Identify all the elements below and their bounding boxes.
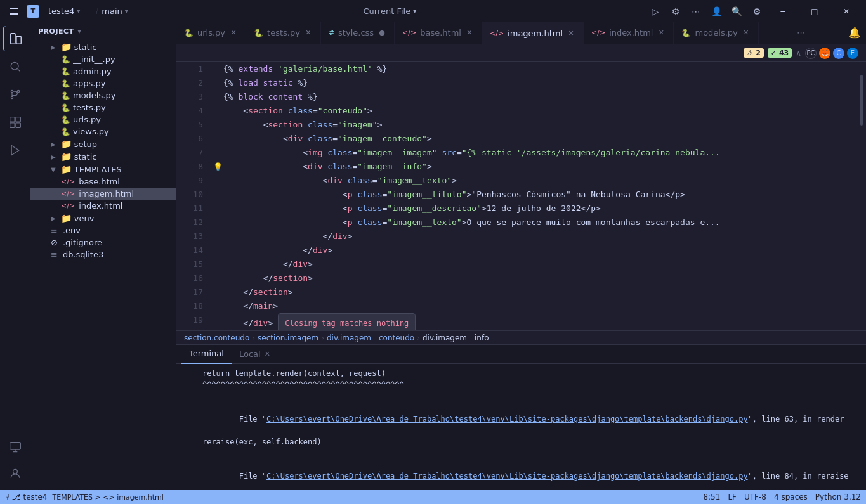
git-icon: ⑂ [5,493,10,501]
sidebar-item-venv[interactable]: ▶ 📁 venv [30,212,176,224]
settings-button[interactable]: ⚙ [667,3,685,20]
code-line-2: {% load static %} [213,76,852,90]
run-button[interactable]: ▷ [646,3,664,20]
activity-run[interactable] [3,138,28,163]
sidebar-item-base-html[interactable]: </> base.html [30,176,176,188]
pycharm-icon[interactable]: PC [805,48,817,59]
breadcrumb-item-2[interactable]: section.imagem [258,333,318,342]
tab-index-html[interactable]: </> index.html ✕ [584,22,674,44]
activity-search[interactable] [3,54,28,79]
tab-label: tests.py [267,28,300,37]
sidebar-item-admin[interactable]: 🐍 admin.py [30,65,176,77]
status-bar: ⑂ ⎇ teste4 TEMPLATES > <> imagem.html 8:… [0,490,866,504]
svg-rect-0 [11,34,15,44]
minimize-button[interactable]: − [768,0,797,22]
sidebar-item-imagem-html[interactable]: </> imagem.html [30,188,176,200]
activity-git[interactable] [3,82,28,107]
more-button[interactable]: ⋯ [687,3,705,20]
sidebar-item-apps[interactable]: 🐍 apps.py [30,77,176,89]
status-encoding[interactable]: UTF-8 [744,493,766,501]
tab-style-css[interactable]: # style.css ● [321,22,395,44]
edge-icon[interactable]: E [847,48,858,59]
sidebar-item-label: static [74,152,97,162]
tab-close[interactable]: ✕ [657,29,666,37]
tab-close[interactable]: ✕ [567,29,575,37]
maximize-button[interactable]: □ [800,0,829,22]
svg-line-3 [18,69,20,72]
status-git[interactable]: ⑂ ⎇ teste4 [5,493,48,501]
scrollbar[interactable] [857,62,866,330]
svg-point-2 [11,62,18,70]
tab-more[interactable]: ⋯ [792,22,810,44]
tab-imagem-html[interactable]: </> imagem.html ✕ [482,22,584,44]
sidebar-item-views[interactable]: 🐍 views.py [30,126,176,138]
tab-close[interactable]: ● [377,29,386,37]
python-icon: 🐍 [61,127,70,136]
tab-tests-py[interactable]: 🐍 tests.py ✕ [246,22,321,44]
terminal-tab-terminal[interactable]: Terminal [181,345,232,364]
python-icon: 🐍 [61,79,70,88]
hamburger-icon [10,8,18,15]
hamburger-menu[interactable] [5,3,23,20]
notification-bell[interactable]: 🔔 [843,22,866,44]
sidebar-item-setup[interactable]: ▶ 📁 setup [30,138,176,150]
sidebar-item-label: venv [74,214,95,223]
breadcrumb-item-1[interactable]: section.conteudo [184,333,249,342]
sidebar-item-static-root[interactable]: ▶ 📁 static [30,41,176,53]
chrome-icon[interactable]: C [833,48,844,59]
terminal-tab-close[interactable]: ✕ [265,350,270,358]
check-badge[interactable]: ✓ 43 [768,48,792,58]
sidebar-item-tests[interactable]: 🐍 tests.py [30,101,176,113]
terminal-link[interactable]: C:\Users\evert\OneDrive\Área de Trabalho… [266,415,748,423]
activity-explorer[interactable] [3,26,28,51]
sidebar-item-gitignore[interactable]: ⊘ .gitignore [30,236,176,249]
accounts-button[interactable]: 👤 [707,3,725,20]
breadcrumb-sep: › [252,333,255,342]
chevron-icon: ▶ [51,215,56,222]
tab-urls-py[interactable]: 🐍 urls.py ✕ [176,22,246,44]
status-indent[interactable]: 4 spaces [774,493,808,501]
sidebar-item-label: views.py [73,127,109,136]
sidebar-item-sqlite[interactable]: ≡ db.sqlite3 [30,249,176,261]
sidebar-item-templates[interactable]: ▼ 📁 TEMPLATES [30,163,176,176]
project-selector[interactable]: teste4 ▾ [43,5,85,17]
code-line-3: {% block content %} [213,90,852,104]
tab-close[interactable]: ✕ [465,29,474,37]
tab-base-html[interactable]: </> base.html ✕ [395,22,482,44]
terminal-link[interactable]: C:\Users\evert\OneDrive\Área de Trabalho… [266,472,748,481]
sidebar-item-urls[interactable]: 🐍 urls.py [30,113,176,126]
search-button[interactable]: 🔍 [728,3,745,20]
collapse-button[interactable]: ∧ [796,49,801,58]
close-button[interactable]: ✕ [832,0,861,22]
code-line-17: </section> [213,285,852,299]
sidebar-item-env[interactable]: ≡ .env [30,224,176,236]
firefox-icon[interactable]: 🦊 [819,48,830,59]
breadcrumb-item-3[interactable]: div.imagem__conteudo [327,333,414,342]
activity-extensions[interactable] [3,110,28,135]
activity-accounts[interactable] [3,461,28,486]
warning-badge[interactable]: ⚠ 2 [744,48,763,58]
breadcrumb-item-4[interactable]: div.imagem__info [423,333,489,342]
activity-remote[interactable] [3,434,28,460]
code-line-7: <img class="imagem__imagem" src="{% stat… [213,146,852,160]
sidebar-item-static2[interactable]: ▶ 📁 static [30,150,176,163]
gear-button[interactable]: ⚙ [748,3,766,20]
tab-close[interactable]: ✕ [304,29,313,37]
tab-close[interactable]: ✕ [742,29,751,37]
branch-selector[interactable]: ⑂ main ▾ [89,5,133,17]
status-line-ending[interactable]: LF [728,493,737,501]
status-language[interactable]: Python 3.12 [815,493,861,501]
svg-point-13 [13,469,18,474]
sidebar-item-init[interactable]: 🐍 __init__.py [30,53,176,65]
sidebar-item-index-html[interactable]: </> index.html [30,200,176,212]
code-content[interactable]: {% extends 'galeria/base.html' %} {% loa… [208,62,857,330]
tab-label: base.html [420,28,461,37]
terminal-line: File "C:\Users\evert\OneDrive\Área de Tr… [184,402,858,436]
tab-close[interactable]: ✕ [229,29,238,37]
code-line-4: <section class="conteudo"> [213,104,852,118]
tab-models-py[interactable]: 🐍 models.py ✕ [674,22,758,44]
terminal-line [184,448,858,459]
status-position[interactable]: 8:51 [703,493,720,501]
terminal-tab-local[interactable]: Local ✕ [232,345,278,364]
sidebar-item-models[interactable]: 🐍 models.py [30,89,176,101]
